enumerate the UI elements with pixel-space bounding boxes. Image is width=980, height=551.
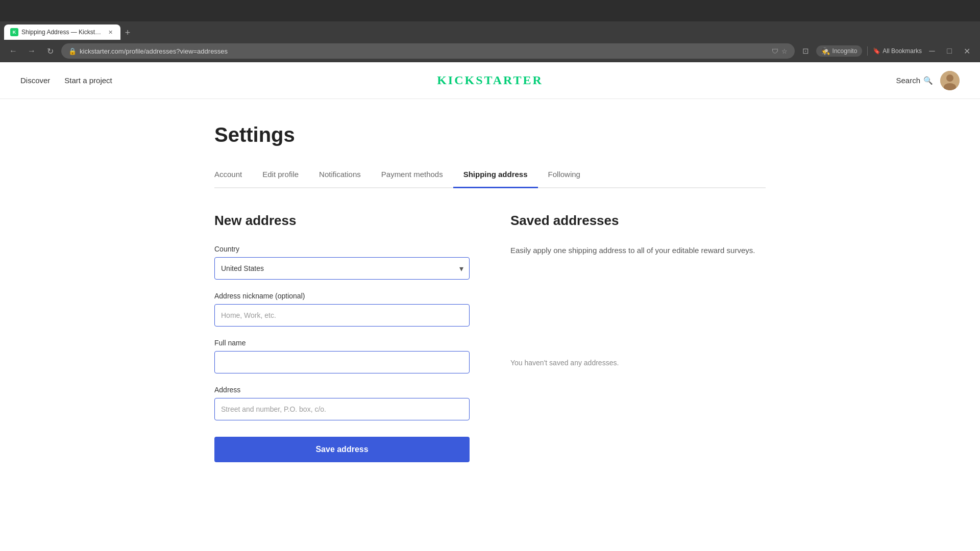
settings-columns: New address Country United States Canada…: [214, 213, 766, 462]
shield-icon: 🛡: [772, 47, 778, 55]
discover-link[interactable]: Discover: [20, 76, 50, 85]
page-title: Settings: [214, 123, 766, 146]
separator: [867, 46, 868, 56]
bookmarks-label: All Bookmarks: [883, 47, 922, 55]
incognito-label: Incognito: [832, 47, 857, 55]
maximize-button[interactable]: □: [942, 44, 957, 58]
nav-right: Search 🔍: [896, 71, 960, 90]
page-content: Settings Account Edit profile Notificati…: [184, 99, 796, 462]
tab-notifications[interactable]: Notifications: [309, 165, 371, 188]
bookmarks-icon: 🔖: [873, 47, 880, 55]
nickname-group: Address nickname (optional): [214, 292, 470, 327]
reload-button[interactable]: ↻: [43, 44, 57, 58]
no-addresses-message: You haven't saved any addresses.: [510, 359, 766, 367]
incognito-badge: 🕵 Incognito: [816, 45, 863, 57]
country-select[interactable]: United States Canada United Kingdom Aust…: [214, 257, 470, 280]
tab-close-button[interactable]: ✕: [106, 28, 114, 36]
search-label: Search: [896, 76, 920, 85]
nickname-input[interactable]: [214, 304, 470, 327]
address-label: Address: [214, 386, 470, 394]
settings-tabs: Account Edit profile Notifications Payme…: [214, 165, 766, 188]
user-avatar[interactable]: [940, 71, 960, 90]
layout-button[interactable]: ⊡: [799, 44, 813, 58]
lock-icon: 🔒: [68, 47, 77, 55]
address-group: Address: [214, 386, 470, 420]
search-icon: 🔍: [923, 76, 933, 85]
saved-addresses-description: Easily apply one shipping address to all…: [510, 245, 766, 257]
nav-left: Discover Start a project: [20, 76, 112, 85]
saved-addresses-section: Saved addresses Easily apply one shippin…: [510, 213, 766, 462]
browser-toolbar: ← → ↻ 🔒 kickstarter.com/profile/addresse…: [0, 40, 980, 62]
fullname-group: Full name: [214, 339, 470, 373]
tab-favicon: K: [10, 28, 18, 36]
star-icon[interactable]: ☆: [781, 47, 788, 55]
close-window-button[interactable]: ✕: [960, 44, 974, 58]
site-logo[interactable]: KICKSTARTER: [437, 73, 543, 87]
country-label: Country: [214, 245, 470, 253]
back-button[interactable]: ←: [6, 44, 20, 58]
address-input[interactable]: [214, 398, 470, 420]
forward-button[interactable]: →: [24, 44, 39, 58]
tab-edit-profile[interactable]: Edit profile: [252, 165, 309, 188]
toolbar-right: ⊡ 🕵 Incognito 🔖 All Bookmarks ─ □ ✕: [799, 44, 974, 58]
site-navigation: Discover Start a project KICKSTARTER Sea…: [0, 62, 980, 99]
browser-tab-bar: [0, 0, 980, 21]
new-address-section: New address Country United States Canada…: [214, 213, 470, 462]
browser-tab-strip: K Shipping Address — Kickstarter ✕ +: [0, 21, 980, 40]
incognito-icon: 🕵: [821, 47, 830, 55]
tab-payment-methods[interactable]: Payment methods: [371, 165, 453, 188]
fullname-label: Full name: [214, 339, 470, 347]
country-group: Country United States Canada United King…: [214, 245, 470, 280]
url-display: kickstarter.com/profile/addresses?view=a…: [80, 47, 769, 55]
nickname-label: Address nickname (optional): [214, 292, 470, 300]
fullname-input[interactable]: [214, 351, 470, 373]
active-tab[interactable]: K Shipping Address — Kickstarter ✕: [4, 24, 120, 40]
save-address-button[interactable]: Save address: [214, 437, 470, 462]
start-project-link[interactable]: Start a project: [64, 76, 112, 85]
tab-following[interactable]: Following: [538, 165, 591, 188]
tab-shipping-address[interactable]: Shipping address: [453, 165, 538, 188]
new-address-title: New address: [214, 213, 470, 229]
minimize-button[interactable]: ─: [925, 44, 939, 58]
saved-addresses-title: Saved addresses: [510, 213, 766, 229]
tab-title: Shipping Address — Kickstarter: [21, 29, 103, 36]
country-select-wrapper: United States Canada United Kingdom Aust…: [214, 257, 470, 280]
all-bookmarks-link[interactable]: 🔖 All Bookmarks: [873, 47, 922, 55]
new-tab-button[interactable]: +: [120, 26, 135, 40]
search-button[interactable]: Search 🔍: [896, 76, 933, 85]
tab-account[interactable]: Account: [214, 165, 252, 188]
svg-point-1: [946, 74, 953, 82]
address-bar[interactable]: 🔒 kickstarter.com/profile/addresses?view…: [61, 43, 795, 59]
